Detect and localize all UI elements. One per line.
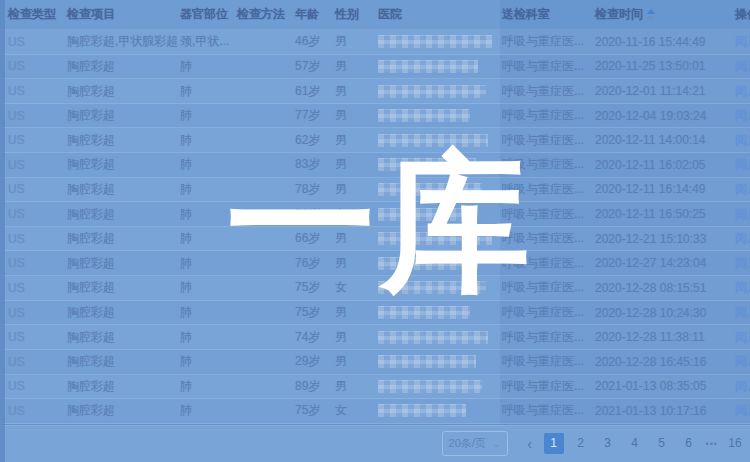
sort-caret-icon[interactable]	[647, 9, 655, 21]
cell-time: 2020-12-28 16:45:16	[595, 355, 735, 369]
page-button-1[interactable]: 1	[544, 433, 564, 454]
cell-gender: 男	[335, 304, 378, 321]
view-images-link[interactable]: 阅片	[735, 157, 750, 171]
view-images-link[interactable]: 阅片	[735, 280, 750, 294]
page-size-select[interactable]: 20条/页 ⌄	[442, 431, 508, 456]
cell-hospital	[378, 208, 502, 221]
cell-age: 78岁	[295, 181, 335, 198]
more-pages-ellipsis-icon[interactable]: •••	[706, 439, 718, 449]
table-row: US胸腔彩超肺62岁男呼吸与重症医...2020-12-11 14:00:14阅…	[0, 128, 750, 153]
hospital-censored-block	[378, 306, 470, 319]
cell-type: US	[8, 109, 67, 123]
cell-gender: 男	[335, 107, 378, 124]
view-images-link[interactable]: 阅片	[735, 256, 750, 270]
view-images-link[interactable]: 阅片	[735, 182, 750, 196]
page-button-2[interactable]: 2	[571, 433, 591, 454]
view-images-link[interactable]: 阅片	[735, 34, 750, 48]
cell-item: 胸腔彩超	[67, 83, 180, 100]
hospital-censored-block	[378, 331, 488, 344]
cell-gender: 男	[335, 181, 378, 198]
view-images-link[interactable]: 阅片	[735, 84, 750, 98]
cell-item: 胸腔彩超	[67, 279, 180, 296]
page-button-4[interactable]: 4	[625, 433, 645, 454]
cell-item: 胸腔彩超	[67, 181, 180, 198]
cell-part: 肺	[180, 255, 237, 272]
cell-gender: 女	[335, 279, 378, 296]
cell-item: 胸腔彩超	[67, 230, 180, 247]
cell-action: 阅片	[735, 255, 750, 272]
column-header-part: 器官部位	[180, 6, 237, 23]
page-button-3[interactable]: 3	[598, 433, 618, 454]
hospital-censored-block	[378, 281, 486, 294]
cell-time: 2020-12-04 19:03:24	[595, 109, 735, 123]
cell-hospital	[378, 281, 502, 294]
cell-type: US	[8, 232, 67, 246]
column-header-method: 检查方法	[237, 6, 295, 23]
sort-ascending-icon[interactable]	[647, 9, 655, 14]
pagination-bar: 20条/页 ⌄ ‹ 123456 ••• 16	[0, 424, 750, 462]
cell-action: 阅片	[735, 58, 750, 75]
cell-action: 阅片	[735, 132, 750, 149]
cell-time: 2020-12-11 16:50:25	[595, 207, 735, 221]
column-header-time[interactable]: 检查时间	[595, 6, 735, 23]
page-size-label: 20条/页	[449, 436, 486, 451]
cell-action: 阅片	[735, 156, 750, 173]
page-button-6[interactable]: 6	[679, 433, 699, 454]
column-header-age: 年龄	[295, 6, 335, 23]
cell-gender: 男	[335, 378, 378, 395]
column-header-label: 检查时间	[595, 6, 643, 23]
view-images-link[interactable]: 阅片	[735, 379, 750, 393]
cell-type: US	[8, 207, 67, 221]
page-button-last[interactable]: 16	[725, 433, 745, 454]
cell-age: 76岁	[295, 255, 335, 272]
cell-hospital	[378, 404, 502, 417]
column-header-type: 检查类型	[8, 6, 67, 23]
view-images-link[interactable]: 阅片	[735, 354, 750, 368]
cell-hospital	[378, 158, 502, 171]
cell-part: 肺	[180, 107, 237, 124]
hospital-censored-block	[378, 158, 476, 171]
table-row: US胸腔彩超肺83岁男呼吸与重症医...2020-12-11 16:02:05阅…	[0, 153, 750, 178]
column-header-label: 送检科室	[502, 7, 550, 21]
view-images-link[interactable]: 阅片	[735, 207, 750, 221]
cell-gender: 男	[335, 33, 378, 50]
cell-age: 57岁	[295, 58, 335, 75]
cell-age: 75岁	[295, 279, 335, 296]
cell-hospital	[378, 355, 502, 368]
view-images-link[interactable]: 阅片	[735, 59, 750, 73]
table-row: US胸腔彩超肺77岁男呼吸与重症医...2020-12-04 19:03:24阅…	[0, 104, 750, 129]
cell-dept: 呼吸与重症医...	[502, 58, 595, 75]
cell-age: 77岁	[295, 107, 335, 124]
cell-part: 肺	[180, 132, 237, 149]
prev-page-button[interactable]: ‹	[523, 436, 537, 452]
cell-dept: 呼吸与重症医...	[502, 33, 595, 50]
cell-gender: 男	[335, 255, 378, 272]
chevron-down-icon: ⌄	[491, 439, 502, 449]
page-button-5[interactable]: 5	[652, 433, 672, 454]
view-images-link[interactable]: 阅片	[735, 330, 750, 344]
cell-time: 2021-01-13 08:35:05	[595, 379, 735, 393]
cell-type: US	[8, 355, 67, 369]
cell-part: 肺	[180, 304, 237, 321]
view-images-link[interactable]: 阅片	[735, 108, 750, 122]
cell-part: 肺	[180, 181, 237, 198]
table-row: US胸腔彩超肺66岁男呼吸与重症医...2020-12-21 15:10:33阅…	[0, 227, 750, 252]
cell-dept: 呼吸与重症医...	[502, 83, 595, 100]
cell-dept: 呼吸与重症医...	[502, 107, 595, 124]
table-row: US胸腔彩超肺75岁女呼吸与重症医...2021-01-13 10:17:16阅…	[0, 399, 750, 424]
cell-gender: 女	[335, 206, 378, 223]
cell-part: 肺	[180, 329, 237, 346]
hospital-censored-block	[378, 183, 482, 196]
view-images-link[interactable]: 阅片	[735, 305, 750, 319]
cell-hospital	[378, 60, 502, 73]
cell-gender: 男	[335, 353, 378, 370]
cell-hospital	[378, 109, 502, 122]
column-header-label: 检查项目	[67, 7, 115, 21]
cell-type: US	[8, 35, 67, 49]
sort-descending-icon[interactable]	[647, 16, 655, 21]
view-images-link[interactable]: 阅片	[735, 133, 750, 147]
cell-hospital	[378, 232, 502, 245]
view-images-link[interactable]: 阅片	[735, 403, 750, 417]
view-images-link[interactable]: 阅片	[735, 231, 750, 245]
cell-item: 胸腔彩超	[67, 378, 180, 395]
